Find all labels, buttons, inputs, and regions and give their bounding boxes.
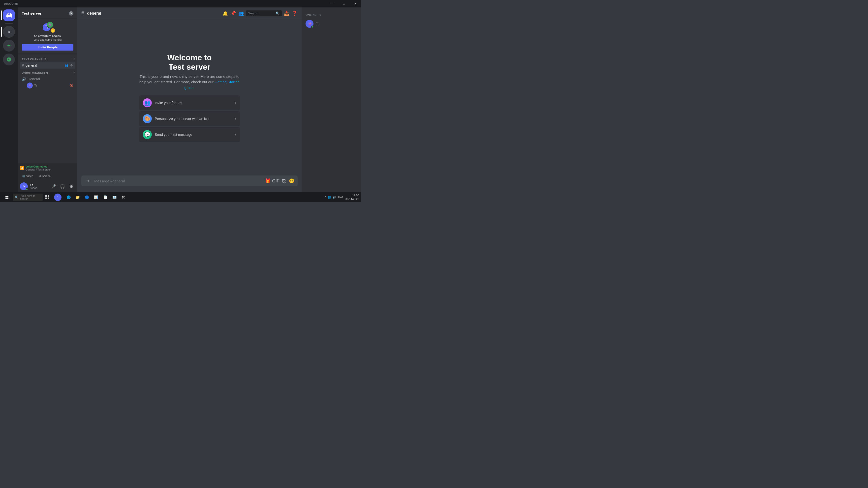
welcome-subtitle: This is your brand new, shiny server. He… (139, 74, 240, 91)
discord-home-button[interactable] (3, 9, 15, 21)
member-avatar: 👾 (306, 20, 313, 28)
screen-label: Screen (42, 174, 51, 177)
message-input-container: + 🎁 GIF 🖼 😊 (78, 175, 302, 192)
message-input-wrapper: + 🎁 GIF 🖼 😊 (81, 175, 298, 186)
voice-user-avatar: 👾 (27, 83, 33, 89)
voice-channels-section: VOICE CHANNELS + 🔊 General 👾 Ts 🔇 (18, 70, 78, 89)
chat-area: Welcome to Test server This is your bran… (78, 19, 302, 192)
members-icon[interactable]: 👥 (238, 10, 244, 17)
voice-username: Ts (34, 84, 37, 87)
gs-personalize[interactable]: 🎨 Personalize your server with an icon › (139, 111, 240, 126)
gs-message-icon: 💬 (143, 130, 152, 139)
add-voice-channel-button[interactable]: + (73, 71, 75, 75)
video-icon: 📹 (22, 174, 25, 178)
text-channels-title: TEXT CHANNELS (22, 58, 46, 61)
taskbar-search-button[interactable]: 🔍 Type here to search (13, 194, 43, 201)
taskbar-word-button[interactable]: 📄 (101, 194, 110, 201)
voice-actions: 📹 Video 🖥 Screen (20, 172, 75, 180)
server-header-close[interactable]: ✕ (69, 11, 73, 15)
taskbar-app8-button[interactable]: 🛠 (120, 194, 127, 201)
gs-invite-friends[interactable]: 👥 Invite your friends › (139, 95, 240, 110)
video-button[interactable]: 📹 Video (20, 172, 35, 180)
svg-rect-1 (48, 195, 49, 197)
voice-status: 📶 Voice Connected General / Test server (20, 165, 75, 171)
channel-hash-icon: # (22, 63, 24, 68)
taskbar-outlook-button[interactable]: 📧 (111, 194, 119, 201)
member-name: Ts (316, 22, 319, 26)
header-actions: 🔔 📌 👥 🔍 📥 ❓ (222, 10, 298, 17)
bell-icon[interactable]: 🔔 (222, 10, 228, 17)
taskbar-explorer-button[interactable]: 📁 (74, 194, 82, 201)
channel-settings-icon[interactable]: ⚙ (69, 63, 73, 67)
channel-action-icons: 👥 ⚙ (64, 63, 73, 67)
voice-connected-bar: 📶 Voice Connected General / Test server … (18, 163, 78, 181)
message-input-actions: 🎁 GIF 🖼 😊 (265, 178, 294, 184)
voice-channels-header[interactable]: VOICE CHANNELS + (18, 70, 78, 76)
message-add-button[interactable]: + (84, 175, 92, 186)
svg-rect-2 (45, 198, 47, 199)
settings-button[interactable]: ⚙ (67, 183, 75, 190)
taskbar-tray: ^ 🌐 🔊 ENG (325, 196, 343, 199)
sticker-icon[interactable]: 🖼 (281, 178, 287, 184)
tray-volume-icon[interactable]: 🔊 (333, 196, 336, 199)
maximize-button[interactable]: □ (338, 0, 350, 7)
test-server-icon[interactable]: Ts (3, 26, 15, 38)
user-info: Ts #0000 (30, 183, 48, 190)
message-input[interactable] (94, 176, 263, 186)
gs-personalize-chevron: › (235, 117, 236, 121)
taskbar-discord-icon (54, 194, 62, 201)
add-text-channel-button[interactable]: + (73, 57, 75, 61)
member-item[interactable]: 👾 Ts (304, 18, 359, 29)
deafen-button[interactable]: 🎧 (59, 183, 66, 190)
help-icon[interactable]: ❓ (292, 10, 298, 17)
search-input[interactable] (248, 11, 274, 15)
voice-user-item[interactable]: 👾 Ts 🔇 (20, 82, 75, 89)
taskbar-edge-button[interactable]: 🌐 (64, 194, 73, 201)
taskbar-clock[interactable]: 19:00 30/11/2020 (345, 194, 359, 201)
emoji-icon[interactable]: 😊 (289, 178, 294, 184)
server-promo: Ts 👾 ⭐ An adventure begins. Let's add so… (18, 19, 78, 54)
user-avatar: Ts (20, 183, 28, 190)
text-channels-header[interactable]: TEXT CHANNELS + (18, 56, 78, 62)
channel-item-general[interactable]: # general 👥 ⚙ (20, 62, 75, 69)
taskbar-discord-button[interactable] (52, 194, 63, 201)
gs-invite-chevron: › (235, 101, 236, 105)
taskbar-right: ^ 🌐 🔊 ENG 19:00 30/11/2020 (325, 194, 359, 201)
user-status-dot (26, 188, 28, 191)
server-header[interactable]: Test server ✕ (18, 7, 78, 19)
svg-rect-0 (45, 195, 47, 197)
svg-rect-3 (48, 198, 49, 199)
gift-icon[interactable]: 🎁 (265, 178, 271, 184)
channel-members-icon[interactable]: 👥 (64, 63, 68, 67)
add-server-button[interactable]: + (3, 40, 15, 52)
mute-button[interactable]: 🎤 (50, 183, 58, 190)
search-bar[interactable]: 🔍 (246, 10, 282, 17)
gs-first-message[interactable]: 💬 Send your first message › (139, 127, 240, 142)
app-container: DISCORD — □ ✕ Ts + (0, 0, 361, 202)
main-layout: Ts + Test server ✕ Ts 👾 ⭐ (0, 7, 361, 192)
voice-channel-general[interactable]: 🔊 General (20, 76, 75, 82)
screen-button[interactable]: 🖥 Screen (36, 172, 53, 180)
tray-expand-button[interactable]: ^ (325, 196, 326, 199)
server-list: Ts + (0, 7, 18, 192)
search-icon: 🔍 (276, 11, 280, 15)
invite-people-button[interactable]: Invite People (22, 44, 73, 51)
taskbar-view-button[interactable] (44, 194, 51, 201)
minimize-button[interactable]: — (327, 0, 338, 7)
voice-channel-location: General / Test server (26, 168, 75, 171)
taskbar-search-label: Type here to search (20, 194, 41, 200)
taskbar: 🔍 Type here to search 🌐 📁 🔵 📊 📄 📧 🛠 ^ 🌐 … (0, 192, 361, 202)
channel-name-general: general (26, 63, 63, 67)
taskbar-chrome-button[interactable]: 🔵 (83, 194, 91, 201)
inbox-icon[interactable]: 📥 (284, 10, 290, 17)
start-button[interactable] (2, 194, 12, 201)
gs-message-chevron: › (235, 132, 236, 137)
user-avatar-text: Ts (22, 185, 25, 188)
voice-info: Voice Connected General / Test server (26, 165, 75, 171)
gif-icon[interactable]: GIF (273, 178, 279, 184)
pin-icon[interactable]: 📌 (230, 10, 236, 17)
explore-servers-button[interactable] (3, 54, 15, 65)
taskbar-excel-button[interactable]: 📊 (92, 194, 100, 201)
promo-text: An adventure begins. Let's add some frie… (22, 34, 73, 42)
close-button[interactable]: ✕ (350, 0, 361, 7)
